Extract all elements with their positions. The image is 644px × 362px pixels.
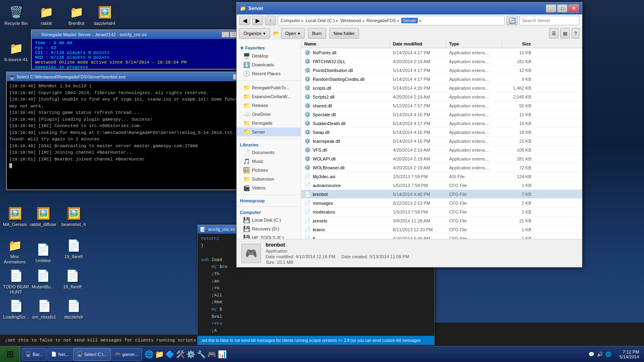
table-row[interactable]: ⚙️ Spectate.dll 5/14/2014 4:16 PM Applic… — [301, 110, 582, 119]
tray-icon-sound[interactable]: 🔊 — [597, 352, 603, 357]
table-row[interactable]: 📄 teams 8/11/2013 12:33 PM CFG File 1 KB — [301, 225, 582, 234]
explorer-close-button[interactable]: ✕ — [568, 4, 579, 12]
table-row[interactable]: ⚙️ VFS.dll 4/20/2014 2:19 AM Application… — [301, 146, 582, 154]
sidebar-item-expansivecivilian[interactable]: 📁 ExpansiveCivilianW... — [237, 92, 301, 101]
search-input[interactable] — [519, 16, 580, 25]
taskbar-icon-visual-studio[interactable]: 🔷 — [165, 350, 174, 359]
table-row[interactable]: 📄 presets 3/8/2014 11:28 AM CFG File 21 … — [301, 216, 582, 225]
sidebar-item-downloads[interactable]: ⬇️ Downloads — [237, 60, 301, 69]
view-preview-button[interactable]: ▤ — [560, 28, 570, 39]
taskbar-icon-ie[interactable]: 🌐 — [144, 350, 153, 359]
sidebar-item-videos[interactable]: 🎬 Videos — [237, 183, 301, 192]
new-folder-button[interactable]: New folder — [329, 28, 359, 39]
desktop-icon-ma-genisis[interactable]: 🖼️ MA_Genisis — [1, 205, 29, 227]
table-row[interactable]: ⚙️ scripts.dll 5/14/2014 4:20 PM Applica… — [301, 84, 582, 93]
desktop-icon-dazzlehdr4[interactable]: 🖼️ dazzlehdr4 — [91, 4, 119, 26]
desktop-icon-19flareft[interactable]: 📄 19_flareft — [60, 237, 88, 259]
sidebar-item-server[interactable]: 📁 Server — [237, 128, 301, 136]
explorer-minimize-button[interactable]: _ — [546, 4, 556, 12]
path-local-disk[interactable]: Local Disk (C:) — [305, 18, 334, 23]
tray-icon-chat[interactable]: 💬 — [588, 352, 594, 357]
desktop-icon-tt-source[interactable]: 📁 tt-source-41 — [2, 40, 30, 62]
table-row[interactable]: ⚙️ PointsDistribution.dll 5/14/2014 4:17… — [301, 66, 582, 75]
sidebar-item-desktop[interactable]: 🖥️ Desktop — [237, 51, 301, 60]
taskbar-item-4[interactable]: 🎮 gamer... — [111, 348, 142, 361]
view-details-button[interactable]: ☰ — [549, 28, 559, 39]
table-row[interactable]: 📄 brenbot 5/14/2014 4:40 PM CFG File 7 K… — [301, 190, 582, 199]
taskbar-icon-folder[interactable]: 📁 — [155, 350, 164, 359]
sidebar-item-release[interactable]: 📁 Release — [237, 101, 301, 110]
sidebar-item-recovery-d[interactable]: 💾 Recovery (D:) — [237, 224, 301, 233]
desktop-icon-misc-anim[interactable]: 📁 Misc Animations — [1, 237, 29, 265]
taskbar-icon-app[interactable]: 📊 — [218, 350, 227, 359]
desktop-icon-brenbot[interactable]: 📁 BrenBot — [62, 4, 91, 26]
sidebar-item-onedrive[interactable]: ☁️ OneDrive — [237, 110, 301, 119]
taskbar-icon-tool1[interactable]: 🛠️ — [176, 350, 185, 359]
burn-button[interactable]: Burn — [308, 28, 326, 39]
col-header-size[interactable]: Size — [502, 40, 535, 48]
taskbar-icon-tool3[interactable]: 🔧 — [197, 350, 206, 359]
table-row[interactable]: ⚙️ Swap.dll 5/14/2014 4:16 PM Applicatio… — [301, 128, 582, 137]
explorer-maximize-button[interactable]: □ — [557, 4, 568, 12]
address-path[interactable]: Computer ▸ Local Disk (C:) ▸ Westwood ▸ … — [278, 16, 505, 25]
path-renegadefds[interactable]: RenegadeFDS — [367, 18, 396, 23]
sidebar-item-renegade[interactable]: 📁 Renegade — [237, 119, 301, 128]
col-header-date[interactable]: Date modified — [390, 40, 446, 48]
table-row[interactable]: ⚙️ teamspeak.dll 5/14/2014 4:16 PM Appli… — [301, 137, 582, 146]
start-button[interactable]: ⊞ — [0, 346, 20, 362]
taskbar-item-3[interactable]: 🖥️ Select C:\... — [73, 348, 111, 361]
forward-button[interactable]: ▶ — [252, 16, 263, 25]
table-row[interactable]: 📄 moderators 1/5/2013 7:58 PM CFG File 1… — [301, 208, 582, 216]
open-button[interactable]: Open ▾ — [281, 28, 305, 39]
table-row[interactable]: 📄 messages 6/22/2013 2:53 PM CFG File 1 … — [301, 199, 582, 208]
desktop-icon-ion-clouds[interactable]: 📄 ion_clouds1 — [30, 298, 58, 320]
table-row[interactable]: 📄 Mp3dec.asi 1/5/2013 7:58 PM ASI File 1… — [301, 172, 582, 181]
desktop-icon-untitled[interactable]: 📄 Untitled — [29, 241, 57, 263]
table-row[interactable]: ⚙️ NoPoints.dll 5/14/2014 4:17 PM Applic… — [301, 48, 582, 57]
explorer-titlebar[interactable]: 📁 Server _ □ ✕ — [237, 2, 582, 14]
desktop-icon-loadingscr[interactable]: 📄 LoadingScr... — [2, 298, 30, 320]
sidebar-item-recent[interactable]: 🕐 Recent Places — [237, 69, 301, 78]
sidebar-item-pictures[interactable]: 🖼️ Pictures — [237, 166, 301, 175]
help-button[interactable]: ? — [572, 28, 580, 39]
table-row[interactable]: 📄 tt 4/20/2014 6:46 PM CFG File 1 KB — [301, 234, 582, 239]
path-server[interactable]: Server — [401, 18, 417, 23]
up-button[interactable]: ↑ — [265, 16, 276, 25]
sidebar-item-subversion[interactable]: 📁 Subversion — [237, 175, 301, 183]
table-row[interactable]: ⚙️ WOLBrowser.dll 4/20/2014 2:19 AM Appl… — [301, 163, 582, 172]
table-row[interactable]: ⚙️ shared.dll 5/12/2014 7:57 PM Applicat… — [301, 101, 582, 110]
taskbar-icon-game[interactable]: 🎮 — [207, 350, 216, 359]
table-row[interactable]: ⚙️ PATCHW32.DLL 4/20/2014 2:19 AM Applic… — [301, 57, 582, 66]
table-row[interactable]: ⚙️ SuddenDeath.dll 5/14/2014 4:17 PM App… — [301, 119, 582, 128]
table-row[interactable]: 📄 autoannounce 1/5/2013 7:58 PM CFG File… — [301, 181, 582, 190]
path-westwood[interactable]: Westwood — [340, 18, 361, 23]
rms-titlebar[interactable]: 🎮 Renegade Master Server - Jerad2142 - s… — [32, 30, 248, 39]
desktop-icon-beamshot[interactable]: 🖼️ beamshot_4 — [60, 205, 88, 227]
desktop-icon-rabbit-diffuse[interactable]: 🖼️ rabbit_diffuse — [29, 205, 57, 227]
desktop-icon-recycle-bin[interactable]: 🗑️ Recycle Bin — [2, 4, 30, 26]
taskbar-icon-tool2[interactable]: ⚙️ — [186, 350, 195, 359]
sidebar-item-music[interactable]: 🎵 Music — [237, 157, 301, 166]
desktop-icon-rabbit[interactable]: 📁 rabbit — [32, 4, 60, 26]
sidebar-item-hp-tools[interactable]: 💾 HP_TOOLS (E:) — [237, 233, 301, 239]
refresh-button[interactable]: 🔄 — [506, 16, 518, 25]
back-button[interactable]: ◀ — [239, 16, 250, 25]
desktop-icon-dazzlehdr[interactable]: 📄 dazzlehdr — [60, 298, 88, 320]
table-row[interactable]: ⚙️ RandomStartingCredits.dll 5/14/2014 4… — [301, 75, 582, 84]
organize-button[interactable]: Organize ▾ — [239, 28, 270, 39]
taskbar-item-1[interactable]: 🖥️ Bar... — [22, 348, 47, 361]
tray-icon-network[interactable]: 🌐 — [605, 352, 611, 357]
table-row[interactable]: ⚙️ Scripts2.dll 4/20/2014 2:19 AM Applic… — [301, 93, 582, 101]
desktop-icon-todo[interactable]: 📄 TODO BEAR HUNT — [2, 267, 30, 295]
rms-minimize-button[interactable]: _ — [222, 32, 229, 37]
taskbar-item-2[interactable]: 📄 Net... — [47, 348, 72, 361]
table-row[interactable]: ⚙️ WOLAPI.dll 4/20/2014 2:19 AM Applicat… — [301, 154, 582, 163]
col-header-name[interactable]: Name — [301, 40, 390, 48]
col-header-type[interactable]: Type — [446, 40, 502, 48]
sidebar-item-local-disk-c[interactable]: 💾 Local Disk (C:) — [237, 216, 301, 224]
brenbot-titlebar[interactable]: 🖥️ Select C:\Westwood\RenegadeFDS\Server… — [7, 72, 259, 81]
sidebar-item-documents[interactable]: 📄 Documents — [237, 148, 301, 157]
path-computer[interactable]: Computer — [281, 18, 300, 23]
sidebar-item-renegadepublic[interactable]: 📁 RenegadePublicTo... — [237, 83, 301, 92]
desktop-icon-mutantbu[interactable]: 📄 MutantBu... — [29, 267, 57, 290]
